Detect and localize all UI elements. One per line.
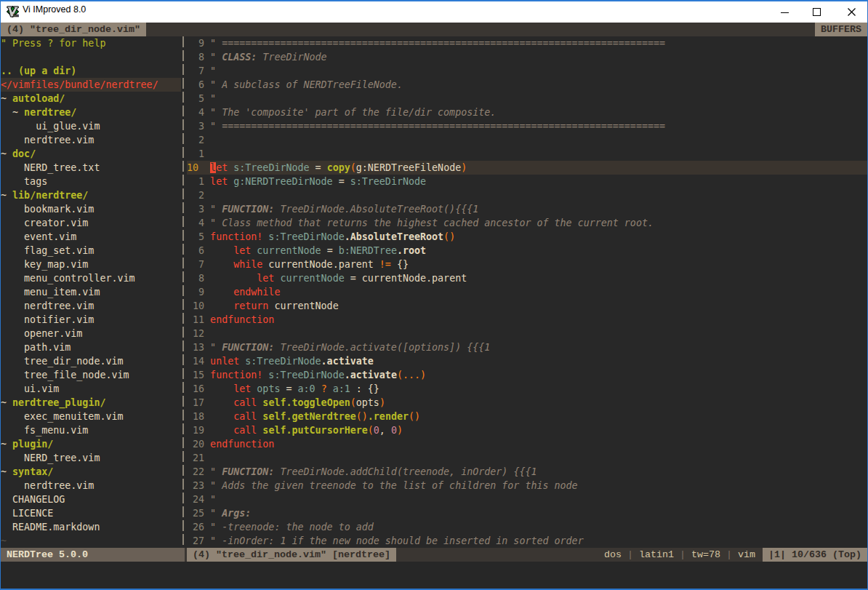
svg-text:im: im [13,12,19,17]
